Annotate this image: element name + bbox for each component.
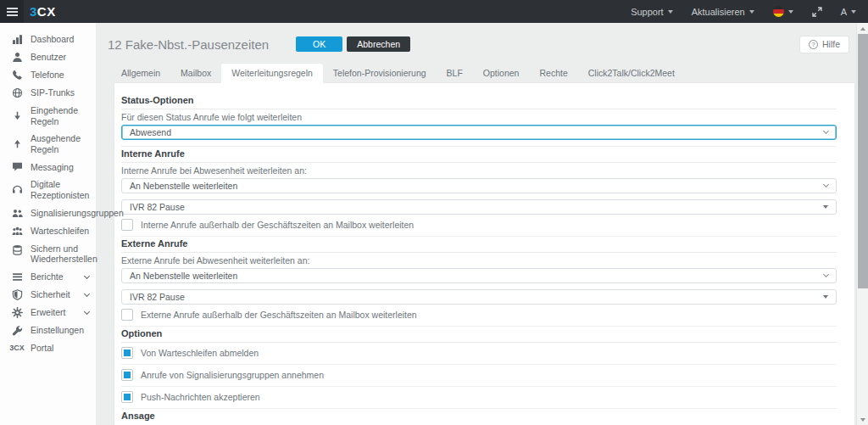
scroll-down-button[interactable] xyxy=(857,414,868,425)
ok-button[interactable]: OK xyxy=(296,36,342,52)
accept-push-checkbox[interactable] xyxy=(121,391,133,403)
user-icon xyxy=(11,52,23,63)
sidebar-item-portal[interactable]: 3CX Portal xyxy=(0,339,96,357)
cancel-button[interactable]: Abbrechen xyxy=(347,36,410,52)
globe-icon xyxy=(11,87,23,98)
backup-icon xyxy=(11,244,23,255)
externe-extension-select[interactable]: IVR 82 Pause xyxy=(121,289,837,305)
status-row: Für diesen Status Anrufe wie folgt weite… xyxy=(121,112,837,147)
caret-down-icon xyxy=(823,295,828,299)
interne-extension-select[interactable]: IVR 82 Pause xyxy=(121,199,837,215)
sidebar-item-eingehende-regeln[interactable]: Eingehende Regeln xyxy=(0,102,96,130)
tab-click2talk[interactable]: Click2Talk/Click2Meet xyxy=(578,64,685,83)
section-header-externe-anrufe: Externe Anrufe xyxy=(121,237,837,253)
interne-mailbox-checkbox-row: Interne Anrufe außerhalb der Geschäftsze… xyxy=(121,219,837,237)
interne-forward-label: Interne Anrufe bei Abwesenheit weiterlei… xyxy=(121,165,837,176)
help-button[interactable]: Hilfe xyxy=(799,36,849,53)
tab-mailbox[interactable]: Mailbox xyxy=(170,64,221,83)
caret-down-icon xyxy=(823,205,828,209)
sidebar-item-sicherheit[interactable]: Sicherheit xyxy=(0,286,96,304)
logout-queues-checkbox[interactable] xyxy=(121,347,133,359)
section-header-ansage: Ansage xyxy=(121,409,837,424)
user-menu[interactable]: A xyxy=(841,7,856,17)
chevron-down-icon xyxy=(823,182,829,187)
sidebar-item-warteschleifen[interactable]: Warteschleifen xyxy=(0,222,96,240)
language-menu[interactable] xyxy=(773,6,793,17)
hamburger-icon xyxy=(7,11,18,13)
externe-mailbox-checkbox[interactable] xyxy=(121,309,133,321)
section-header-optionen: Optionen xyxy=(121,327,837,343)
chevron-down-icon xyxy=(668,10,673,14)
interne-row: Interne Anrufe bei Abwesenheit weiterlei… xyxy=(121,165,837,237)
phone-icon xyxy=(11,70,23,81)
tab-optionen[interactable]: Optionen xyxy=(473,64,530,83)
sidebar-item-messaging[interactable]: Messaging xyxy=(0,158,96,176)
3cx-portal-icon: 3CX xyxy=(11,344,23,353)
externe-row: Externe Anrufe bei Abwesenheit weiterlei… xyxy=(121,255,837,327)
sidebar-item-sip-trunks[interactable]: SIP-Trunks xyxy=(0,84,96,102)
option-row: Von Warteschleifen abmelden xyxy=(121,347,837,365)
support-menu[interactable]: Support xyxy=(631,7,673,17)
form-panel: Status-Optionen Für diesen Status Anrufe… xyxy=(114,83,854,425)
sidebar-item-telefone[interactable]: Telefone xyxy=(0,66,96,84)
topbar: 3CX Support Aktualisieren A xyxy=(0,0,868,23)
externe-destination-select[interactable]: An Nebenstelle weiterleiten xyxy=(121,268,837,283)
externe-mailbox-checkbox-row: Externe Anrufe außerhalb der Geschäftsze… xyxy=(121,309,837,327)
tab-blf[interactable]: BLF xyxy=(437,64,473,83)
option-row: Anrufe von Signalisierungsgruppen annehm… xyxy=(121,369,837,387)
interne-destination-select[interactable]: An Nebenstelle weiterleiten xyxy=(121,178,837,193)
sidebar-item-signalisierungsgruppen[interactable]: Signalisierungsgruppen xyxy=(0,204,96,222)
bar-chart-icon xyxy=(11,34,23,45)
tab-weiterleitungsregeln[interactable]: Weiterleitungsregeln xyxy=(221,64,323,83)
section-header-interne-anrufe: Interne Anrufe xyxy=(121,147,837,163)
3cx-logo: 3CX xyxy=(30,4,56,19)
page-title: 12 Fake-Nbst.-Pausenzeiten xyxy=(108,37,269,52)
users-icon xyxy=(11,208,23,219)
hamburger-menu-button[interactable] xyxy=(0,0,24,23)
accept-ring-groups-checkbox[interactable] xyxy=(121,369,133,381)
sidebar-item-erweitert[interactable]: Erweitert xyxy=(0,304,96,322)
chevron-down-icon xyxy=(788,10,793,14)
arrow-up-icon xyxy=(11,138,23,149)
sidebar-item-einstellungen[interactable]: Einstellungen xyxy=(0,322,96,339)
headset-icon xyxy=(11,184,23,195)
chevron-down-icon xyxy=(823,128,829,134)
help-circle-icon xyxy=(809,40,818,49)
scrollbar-thumb[interactable] xyxy=(858,34,868,288)
fullscreen-button[interactable] xyxy=(812,7,822,17)
tab-allgemein[interactable]: Allgemein xyxy=(111,64,170,83)
user-initial: A xyxy=(841,7,847,17)
chevron-down-icon xyxy=(84,273,90,279)
sidebar-item-berichte[interactable]: Berichte xyxy=(0,268,96,286)
shield-icon xyxy=(11,289,23,300)
queue-group-icon xyxy=(11,226,23,237)
chevron-down-icon xyxy=(823,271,829,277)
gear-icon xyxy=(11,307,23,318)
tab-rechte[interactable]: Rechte xyxy=(529,64,577,83)
externe-forward-label: Externe Anrufe bei Abwesenheit weiterlei… xyxy=(121,255,837,266)
status-forward-label: Für diesen Status Anrufe wie folgt weite… xyxy=(121,112,837,122)
update-menu[interactable]: Aktualisieren xyxy=(692,7,754,17)
page-header: 12 Fake-Nbst.-Pausenzeiten OK Abbrechen … xyxy=(108,34,854,54)
sidebar-item-digitale-rezeptionisten[interactable]: Digitale Rezeptionisten xyxy=(0,176,96,204)
triangle-up-icon xyxy=(860,27,865,31)
section-header-status-optionen: Status-Optionen xyxy=(121,93,837,109)
sidebar-item-sichern-und-wiederherstellen[interactable]: Sichern und Wiederherstellen xyxy=(0,240,96,268)
arrow-down-icon xyxy=(11,110,23,121)
sidebar: Dashboard Benutzer Telefone SIP-Trunks E… xyxy=(0,23,96,425)
chevron-down-icon xyxy=(84,291,90,297)
chevron-down-icon xyxy=(749,10,754,14)
german-flag-icon xyxy=(773,6,784,17)
main-content: 12 Fake-Nbst.-Pausenzeiten OK Abbrechen … xyxy=(96,23,856,425)
interne-mailbox-checkbox[interactable] xyxy=(121,219,133,231)
scroll-up-button[interactable] xyxy=(857,23,868,34)
expand-icon xyxy=(812,7,822,17)
wrench-icon xyxy=(11,325,23,336)
tab-telefon-provisionierung[interactable]: Telefon-Provisionierung xyxy=(323,64,437,83)
status-select[interactable]: Abwesend xyxy=(121,125,837,140)
sidebar-item-dashboard[interactable]: Dashboard xyxy=(0,31,96,48)
sidebar-item-benutzer[interactable]: Benutzer xyxy=(0,48,96,66)
vertical-scrollbar xyxy=(856,23,868,425)
sidebar-item-ausgehende-regeln[interactable]: Ausgehende Regeln xyxy=(0,130,96,158)
triangle-down-icon xyxy=(860,418,865,422)
